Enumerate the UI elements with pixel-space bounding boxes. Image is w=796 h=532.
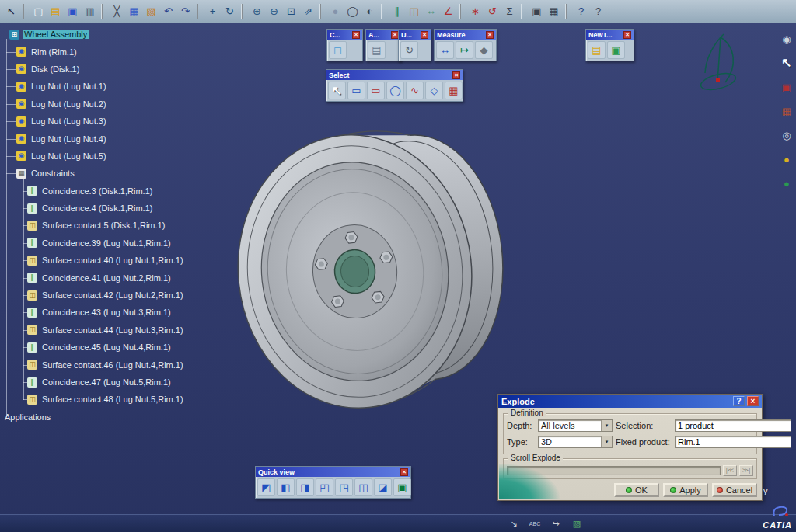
tree-item[interactable]: ∥Coincidence.45 (Lug Nut.4,Rim.1): [0, 339, 241, 356]
ok-button[interactable]: OK: [614, 483, 659, 497]
tree-item[interactable]: ◉Lug Nut (Lug Nut.4): [0, 130, 241, 147]
toolbar-grip[interactable]: [23, 4, 27, 19]
tree-item[interactable]: ◫Surface contact.48 (Lug Nut.5,Rim.1): [0, 391, 241, 408]
help-icon[interactable]: ?: [733, 396, 745, 406]
scroll-end-button[interactable]: ≫|: [739, 465, 753, 476]
new-document-icon[interactable]: ▢: [30, 3, 47, 19]
tree-item[interactable]: ◫Surface contact.44 (Lug Nut.3,Rim.1): [0, 322, 241, 339]
part-box-icon[interactable]: ▧: [570, 516, 584, 530]
update-icon[interactable]: ↺: [484, 3, 501, 19]
abc-check-icon[interactable]: ABC: [528, 516, 542, 530]
tree-item[interactable]: ◉Lug Nut (Lug Nut.3): [0, 113, 241, 130]
measure-item-icon[interactable]: ↦: [456, 41, 473, 59]
rotate-view-icon[interactable]: ↻: [222, 3, 238, 19]
toolbar-measure-titlebar[interactable]: Measure ×: [435, 30, 496, 40]
new-part-icon[interactable]: ▣: [607, 41, 625, 59]
fixed-product-field[interactable]: [675, 436, 791, 448]
tree-item[interactable]: ∥Coincidence.3 (Disk.1,Rim.1): [0, 183, 241, 200]
toolbar-quick-view-titlebar[interactable]: Quick view ×: [256, 467, 410, 477]
view-compass[interactable]: [694, 33, 744, 96]
paint-stroke-icon[interactable]: ∿: [406, 82, 424, 99]
help-icon[interactable]: ?: [573, 3, 589, 19]
contact-constraint-icon[interactable]: ◫: [406, 3, 422, 19]
annotation-page-icon[interactable]: ▤: [368, 41, 386, 59]
tree-item[interactable]: ∥Coincidence.47 (Lug Nut.5,Rim.1): [0, 374, 241, 391]
undo-icon[interactable]: ↶: [160, 3, 176, 19]
scroll-start-button[interactable]: |≪: [723, 465, 737, 476]
measure-inertia-icon[interactable]: ◆: [475, 41, 493, 59]
wireframe-view-icon[interactable]: ◯: [344, 3, 361, 19]
right-view-icon[interactable]: ◳: [335, 478, 353, 496]
zoom-in-icon[interactable]: ⊕: [249, 3, 265, 19]
select-tool-icon[interactable]: ↖: [3, 3, 19, 19]
bottom-view-icon[interactable]: ◪: [374, 478, 392, 496]
tree-item[interactable]: ⊞Wheel Assembly: [0, 26, 241, 43]
copy-icon[interactable]: ▦: [126, 3, 142, 19]
update-spiral-icon[interactable]: ↻: [400, 41, 418, 59]
toolbar-select-titlebar[interactable]: Select ×: [326, 70, 463, 80]
toolbar-c-titlebar[interactable]: C... ×: [327, 30, 362, 40]
redo-icon[interactable]: ↷: [177, 3, 194, 19]
shaded-view-icon[interactable]: ●: [327, 3, 344, 19]
back-view-icon[interactable]: ◨: [296, 478, 314, 496]
left-view-icon[interactable]: ◰: [316, 478, 333, 496]
tree-item[interactable]: ◉Rim (Rim.1): [0, 43, 241, 60]
wireframe-cube-icon[interactable]: ◻: [329, 41, 347, 59]
coincidence-constraint-icon[interactable]: ∥: [389, 3, 405, 19]
sticky-note-icon[interactable]: ▤: [588, 41, 606, 59]
context-help-icon[interactable]: ?: [590, 3, 606, 19]
tree-item[interactable]: ◫Surface contact.42 (Lug Nut.2,Rim.1): [0, 287, 241, 304]
close-icon[interactable]: ×: [747, 396, 759, 406]
cancel-button[interactable]: Cancel: [712, 483, 757, 497]
chevron-down-icon[interactable]: ▼: [601, 436, 612, 447]
tree-item[interactable]: ◉Disk (Disk.1): [0, 61, 241, 78]
isometric-view-icon[interactable]: ◩: [257, 478, 275, 496]
measure-between-icon[interactable]: ↔: [436, 41, 454, 59]
front-view-icon[interactable]: ◧: [277, 478, 295, 496]
hide-show-icon[interactable]: ◐: [361, 3, 378, 19]
tree-item[interactable]: ◉Lug Nut (Lug Nut.1): [0, 78, 241, 95]
rectangle-trap-icon[interactable]: ▭: [347, 82, 365, 99]
print-icon[interactable]: ▥: [82, 3, 98, 19]
cut-icon[interactable]: ╳: [109, 3, 125, 19]
look-at-icon[interactable]: ▣: [779, 79, 794, 95]
select-arrow-icon[interactable]: ↖: [779, 55, 794, 71]
fly-mode-icon[interactable]: ⇗: [300, 3, 316, 19]
explode-icon[interactable]: ∗: [467, 3, 484, 19]
fit-all-icon[interactable]: ⊡: [283, 3, 299, 19]
tree-item[interactable]: ◫Surface contact.40 (Lug Nut.1,Rim.1): [0, 252, 241, 269]
toolbar-grip[interactable]: [241, 4, 246, 19]
explode-scroll-slider[interactable]: [507, 466, 721, 475]
close-icon[interactable]: ×: [486, 31, 494, 39]
toolbar-grip[interactable]: [459, 4, 464, 19]
pointer-jump-icon[interactable]: ↪: [549, 516, 563, 530]
toolbar-grip[interactable]: [319, 4, 324, 19]
knowledge-icon[interactable]: ◎: [779, 127, 794, 143]
close-icon[interactable]: ×: [400, 468, 408, 476]
toolbar-a-titlebar[interactable]: A... ×: [366, 30, 401, 40]
analyze-icon[interactable]: Σ: [501, 3, 518, 19]
tree-item[interactable]: ◫Surface contact.46 (Lug Nut.4,Rim.1): [0, 356, 241, 373]
snap-coordinates-icon[interactable]: ↘: [507, 516, 521, 530]
toolbar-grip[interactable]: [381, 4, 386, 19]
tree-item[interactable]: ◉Lug Nut (Lug Nut.5): [0, 148, 241, 165]
select-arrow-icon[interactable]: ↖: [328, 82, 346, 99]
polygon-trap-icon[interactable]: ◇: [425, 82, 443, 99]
close-icon[interactable]: ×: [421, 31, 428, 39]
tree-item[interactable]: ◉Lug Nut (Lug Nut.2): [0, 96, 241, 113]
chevron-down-icon[interactable]: ▼: [601, 420, 612, 431]
type-select[interactable]: 3D ▼: [538, 436, 613, 448]
save-icon[interactable]: ▣: [65, 3, 81, 19]
toolbar-grip[interactable]: [521, 4, 525, 19]
toolbar-grip[interactable]: [101, 4, 106, 19]
named-views-icon[interactable]: ▣: [393, 478, 411, 496]
tree-item[interactable]: ∥Coincidence.4 (Disk.1,Rim.1): [0, 200, 241, 217]
close-icon[interactable]: ×: [452, 71, 460, 79]
tile-windows-icon[interactable]: ▦: [546, 3, 562, 19]
offset-constraint-icon[interactable]: ⇔: [423, 3, 439, 19]
toolbar-u-titlebar[interactable]: U... ×: [399, 30, 431, 40]
circle-trap-icon[interactable]: ◯: [386, 82, 404, 99]
pan-icon[interactable]: +: [204, 3, 221, 19]
open-folder-icon[interactable]: ▤: [47, 3, 64, 19]
tree-item[interactable]: ◫Surface contact.5 (Disk.1,Rim.1): [0, 217, 241, 234]
